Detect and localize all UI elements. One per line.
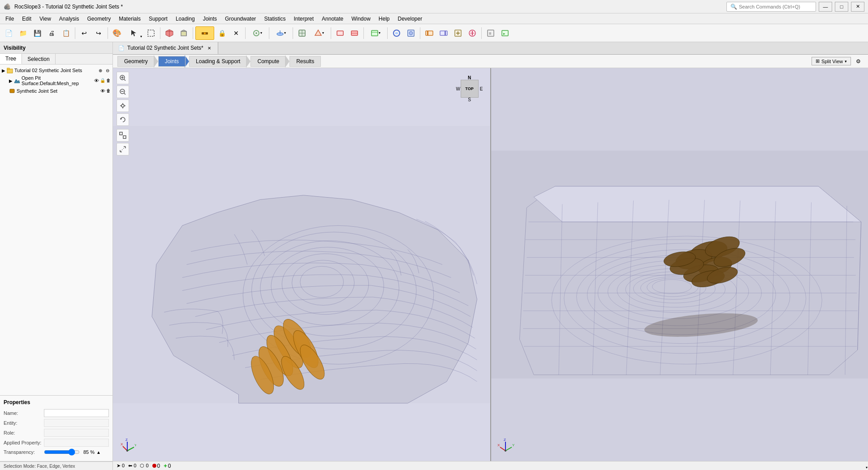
split-view-button[interactable]: ⊞ Split View ▾ <box>812 57 851 65</box>
tool-a2[interactable]: ▾ <box>310 26 328 40</box>
tool-e3[interactable] <box>451 26 465 40</box>
menu-window[interactable]: Window <box>348 14 374 24</box>
viewport-tools <box>117 72 129 155</box>
deselect-button[interactable] <box>144 26 158 40</box>
maximize-button[interactable]: □ <box>835 2 848 12</box>
menu-file[interactable]: File <box>2 14 17 24</box>
svg-rect-28 <box>440 31 447 35</box>
tree-group[interactable]: ▶ Tutorial 02 Synthetic Joint Sets ⊕ ⊖ <box>0 66 112 74</box>
open-button[interactable]: 📁 <box>16 26 30 40</box>
tool-f2[interactable]: ▸ <box>498 26 512 40</box>
print-button[interactable]: 🖨 <box>45 26 58 40</box>
menu-joints[interactable]: Joints <box>199 14 220 24</box>
zoom-out-btn[interactable] <box>117 86 129 98</box>
visibility-eye-icon-2[interactable]: 👁 <box>100 88 105 94</box>
select-tool[interactable]: ▾ <box>125 26 143 40</box>
split-view-label: Split View <box>821 59 843 64</box>
expand-btn[interactable] <box>117 143 129 155</box>
wf-step-results[interactable]: Results <box>289 56 321 67</box>
zoom-in-btn[interactable] <box>117 72 129 84</box>
tool-a1[interactable] <box>295 26 309 40</box>
separator-3 <box>160 27 160 39</box>
terrain-svg-left <box>113 68 490 461</box>
tree-item-open-pit[interactable]: ▶ Open Pit Surface:Default:Mesh_rep 👁 🔒 … <box>0 74 112 87</box>
menu-edit[interactable]: Edit <box>18 14 35 24</box>
tab-selection[interactable]: Selection <box>22 54 55 64</box>
tree-item-synthetic-joint[interactable]: Synthetic Joint Set 👁 🗑 <box>0 87 112 95</box>
color-button[interactable]: 🎨 <box>110 26 124 40</box>
delete-icon-2[interactable]: 🗑 <box>106 88 111 94</box>
wf-arrow-3 <box>246 55 250 68</box>
plane-button[interactable]: ▾ <box>272 26 290 40</box>
undo-button[interactable]: ↩ <box>78 26 91 40</box>
tree-collapse-btn[interactable]: ⊖ <box>104 68 111 73</box>
tree-group-label: Tutorial 02 Synthetic Joint Sets <box>14 68 82 73</box>
box-button[interactable] <box>177 26 190 40</box>
tool-f1[interactable]: ≡ <box>484 26 497 40</box>
lock-icon[interactable]: 🔒 <box>100 78 105 83</box>
menu-support[interactable]: Support <box>145 14 171 24</box>
viewport-right[interactable]: X Y Z <box>491 68 868 461</box>
menu-help[interactable]: Help <box>375 14 393 24</box>
menu-developer[interactable]: Developer <box>394 14 426 24</box>
active-tool-button[interactable]: ▾ <box>195 26 214 40</box>
hide-button[interactable]: ✕ <box>229 26 243 40</box>
lock-button[interactable]: 🔒 <box>215 26 229 40</box>
wf-step-compute[interactable]: Compute <box>250 56 286 67</box>
wf-step-joints[interactable]: Joints <box>158 56 186 67</box>
minimize-button[interactable]: — <box>819 2 832 12</box>
prop-value-name[interactable] <box>44 409 109 417</box>
tool-d1[interactable] <box>390 26 403 40</box>
tool-e2[interactable] <box>437 26 450 40</box>
menu-loading[interactable]: Loading <box>172 14 199 24</box>
tool-c1[interactable]: ▾ <box>366 26 385 40</box>
svg-line-79 <box>120 147 125 152</box>
tool-d2[interactable] <box>404 26 418 40</box>
prop-row-applied: Applied Property: <box>4 439 109 447</box>
fit-all-btn[interactable] <box>117 129 129 142</box>
close-button[interactable]: ✕ <box>851 2 864 12</box>
wf-arrow-4 <box>285 55 289 68</box>
doc-tab-tutorial[interactable]: 📄 Tutorial 02 Synthetic Joint Sets* ✕ <box>113 42 218 54</box>
terrain-top-face <box>534 186 861 222</box>
wf-step-loading[interactable]: Loading & Support <box>189 56 247 67</box>
doc-tab-close[interactable]: ✕ <box>206 45 212 51</box>
menu-groundwater[interactable]: Groundwater <box>221 14 259 24</box>
menu-geometry[interactable]: Geometry <box>84 14 115 24</box>
properties-title: Properties <box>4 399 109 405</box>
tree-expand-btn[interactable]: ⊕ <box>97 68 104 73</box>
compass-center: TOP <box>465 86 473 91</box>
joint-icon <box>9 88 15 94</box>
new-button[interactable]: 📄 <box>2 26 15 40</box>
menu-analysis[interactable]: Analysis <box>56 14 83 24</box>
menu-view[interactable]: View <box>36 14 55 24</box>
save-button[interactable]: 💾 <box>30 26 44 40</box>
pan-btn[interactable] <box>117 99 129 112</box>
svg-point-25 <box>409 31 413 35</box>
redo-button[interactable]: ↪ <box>92 26 105 40</box>
viewport-left[interactable]: N TOP S E W X Y <box>113 68 491 461</box>
menu-statistics[interactable]: Statistics <box>260 14 289 24</box>
rotate-btn[interactable] <box>117 113 129 126</box>
counter-plus-green: +0 <box>164 462 171 469</box>
delete-icon[interactable]: 🗑 <box>106 78 111 83</box>
search-input[interactable] <box>739 4 812 9</box>
tool-e4[interactable] <box>466 26 479 40</box>
tool-e1[interactable] <box>423 26 436 40</box>
menu-materials[interactable]: Materials <box>115 14 144 24</box>
selection-mode: Selection Mode: Face, Edge, Vertex <box>0 461 113 470</box>
transparency-spinner-up[interactable]: ▲ <box>96 450 101 455</box>
tool-b1[interactable] <box>333 26 347 40</box>
separator-5 <box>245 27 246 39</box>
3d-view-button[interactable] <box>163 26 176 40</box>
settings-btn[interactable]: ⚙ <box>853 56 864 67</box>
wf-step-geometry[interactable]: Geometry <box>117 56 155 67</box>
menu-interpret[interactable]: Interpret <box>290 14 317 24</box>
transparency-slider[interactable] <box>44 448 80 456</box>
tool-b2[interactable] <box>348 26 361 40</box>
menu-annotate[interactable]: Annotate <box>318 14 347 24</box>
export-button[interactable]: 📋 <box>59 26 73 40</box>
visibility-eye-icon[interactable]: 👁 <box>94 78 99 83</box>
snap-button[interactable]: ▾ <box>248 26 267 40</box>
tab-tree[interactable]: Tree <box>0 54 22 64</box>
